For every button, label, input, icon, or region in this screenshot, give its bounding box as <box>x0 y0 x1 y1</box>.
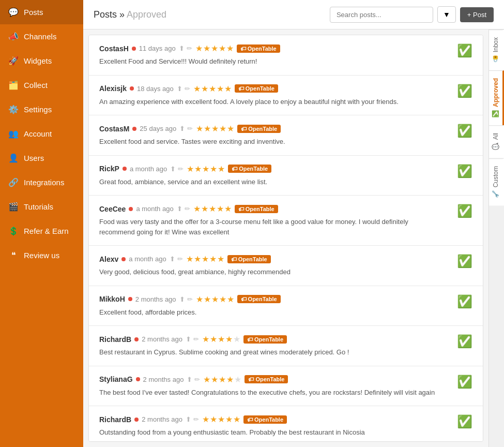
post-time: a month ago <box>136 205 173 213</box>
checkmark-icon: ✅ <box>457 204 472 218</box>
tab-all[interactable]: 💬 All <box>489 125 504 158</box>
edit-icon[interactable]: ✏ <box>177 255 183 263</box>
sidebar-item-integrations[interactable]: 🔗 Integrations <box>0 170 83 195</box>
post-approve-checkbox[interactable]: ✅ <box>452 294 472 309</box>
sidebar-item-collect[interactable]: 🗂️ Collect <box>0 73 83 97</box>
tag-icon: 🏷 <box>238 85 244 92</box>
post-approve-checkbox[interactable]: ✅ <box>452 84 472 98</box>
post-actions-inline: ⬆ ✏ <box>179 295 193 303</box>
edit-icon[interactable]: ✏ <box>178 165 184 173</box>
sidebar-item-widgets[interactable]: 🚀 Widgets <box>0 49 83 73</box>
post-approve-checkbox[interactable]: ✅ <box>452 254 472 269</box>
sidebar-item-review-us[interactable]: ❝ Review us <box>0 243 83 267</box>
edit-icon[interactable]: ✏ <box>185 85 190 93</box>
star-3: ★ <box>211 124 219 133</box>
collect-icon: 🗂️ <box>8 80 19 90</box>
post-body-1: Alexisjk 18 days ago ⬆ ✏ ★★★★★ 🏷 OpenTab… <box>99 84 446 107</box>
share-icon[interactable]: ⬆ <box>179 125 185 132</box>
edit-icon[interactable]: ✏ <box>193 415 199 423</box>
post-meta-8: StylianaG 2 months ago ⬆ ✏ ★★★★★ 🏷 OpenT… <box>99 375 446 384</box>
star-5: ★ <box>224 204 232 214</box>
status-dot <box>121 257 126 261</box>
post-approve-checkbox[interactable]: ✅ <box>452 204 472 218</box>
post-approve-checkbox[interactable]: ✅ <box>452 43 472 58</box>
search-input[interactable] <box>330 7 433 23</box>
post-text: Great food, ambiance, service and an exc… <box>99 177 446 187</box>
share-icon[interactable]: ⬆ <box>170 165 176 173</box>
sidebar-label-channels: Channels <box>24 32 56 41</box>
tag-icon: 🏷 <box>240 46 246 52</box>
share-icon[interactable]: ⬆ <box>186 335 191 343</box>
tab-inbox[interactable]: 🔒 Inbox <box>489 29 504 70</box>
custom-icon: 🔧 <box>492 190 499 198</box>
edit-icon[interactable]: ✏ <box>187 125 193 132</box>
post-time: a month ago <box>129 255 166 263</box>
post-author: RickP <box>99 165 119 173</box>
post-approve-checkbox[interactable]: ✅ <box>452 334 472 349</box>
source-label: OpenTable <box>239 166 268 172</box>
post-button[interactable]: + Post <box>460 7 494 22</box>
star-rating: ★★★★★ <box>187 164 225 174</box>
sidebar-label-refer-earn: Refer & Earn <box>24 227 69 235</box>
star-1: ★ <box>193 84 201 94</box>
sidebar-item-account[interactable]: 👥 Account <box>0 122 83 146</box>
checkmark-icon: ✅ <box>457 84 472 98</box>
post-actions-inline: ⬆ ✏ <box>186 415 199 423</box>
post-approve-checkbox[interactable]: ✅ <box>452 375 472 389</box>
post-approve-checkbox[interactable]: ✅ <box>452 164 472 178</box>
sidebar-item-users[interactable]: 👤 Users <box>0 146 83 170</box>
share-icon[interactable]: ⬆ <box>179 44 185 52</box>
sidebar-item-refer-earn[interactable]: 💲 Refer & Earn <box>0 219 83 243</box>
edit-icon[interactable]: ✏ <box>187 44 192 52</box>
users-icon: 👤 <box>8 153 19 163</box>
share-icon[interactable]: ⬆ <box>187 376 192 383</box>
post-meta-3: RickP a month ago ⬆ ✏ ★★★★★ 🏷 OpenTable <box>99 164 446 174</box>
sidebar-item-tutorials[interactable]: 🎬 Tutorials <box>0 195 83 219</box>
edit-icon[interactable]: ✏ <box>185 205 190 213</box>
sidebar-item-channels[interactable]: 📣 Channels <box>0 24 83 49</box>
star-rating: ★★★★★ <box>202 334 240 344</box>
edit-icon[interactable]: ✏ <box>193 335 199 343</box>
source-badge: 🏷 OpenTable <box>237 125 281 133</box>
post-approve-checkbox[interactable]: ✅ <box>452 124 472 138</box>
post-author: MikkoH <box>99 295 125 303</box>
sidebar-label-posts: Posts <box>24 8 43 17</box>
star-rating: ★★★★★ <box>203 375 241 384</box>
star-2: ★ <box>194 254 201 264</box>
share-icon[interactable]: ⬆ <box>179 295 185 303</box>
filter-button[interactable]: ▼ <box>437 6 456 23</box>
tag-icon: 🏷 <box>232 166 237 172</box>
approved-icon: ✅ <box>492 110 499 118</box>
share-icon[interactable]: ⬆ <box>170 255 175 263</box>
post-meta-6: MikkoH 2 months ago ⬆ ✏ ★★★★★ 🏷 OpenTabl… <box>99 294 446 304</box>
posts-list: CostasH 11 days ago ⬆ ✏ ★★★★★ 🏷 OpenTabl… <box>88 35 483 442</box>
post-meta-5: Alexv a month ago ⬆ ✏ ★★★★★ 🏷 OpenTable <box>99 254 446 264</box>
share-icon[interactable]: ⬆ <box>177 205 182 213</box>
share-icon[interactable]: ⬆ <box>177 85 182 93</box>
table-row: StylianaG 2 months ago ⬆ ✏ ★★★★★ 🏷 OpenT… <box>89 366 483 407</box>
post-actions-inline: ⬆ ✏ <box>179 44 192 52</box>
table-row: Alexisjk 18 days ago ⬆ ✏ ★★★★★ 🏷 OpenTab… <box>89 76 483 116</box>
sidebar-item-settings[interactable]: ⚙️ Settings <box>0 97 83 122</box>
edit-icon[interactable]: ✏ <box>194 376 200 383</box>
table-row: CeeCee a month ago ⬆ ✏ ★★★★★ 🏷 OpenTable… <box>89 196 483 246</box>
tutorials-icon: 🎬 <box>8 202 19 212</box>
post-body-7: RichardB 2 months ago ⬆ ✏ ★★★★★ 🏷 OpenTa… <box>99 334 446 357</box>
tab-approved[interactable]: ✅ Approved <box>489 70 504 125</box>
post-time: 11 days ago <box>139 44 176 52</box>
source-label: OpenTable <box>255 376 284 382</box>
star-1: ★ <box>203 375 210 384</box>
source-badge: 🏷 OpenTable <box>237 44 280 53</box>
tab-custom[interactable]: 🔧 Custom <box>489 158 504 205</box>
inbox-icon: 🔒 <box>492 55 499 63</box>
edit-icon[interactable]: ✏ <box>187 295 193 303</box>
post-approve-checkbox[interactable]: ✅ <box>452 414 472 429</box>
sidebar-label-widgets: Widgets <box>24 56 52 65</box>
tag-icon: 🏷 <box>241 126 247 132</box>
sidebar-item-posts[interactable]: 💬 Posts <box>0 0 83 24</box>
star-5: ★ <box>226 43 234 53</box>
share-icon[interactable]: ⬆ <box>186 415 191 423</box>
status-dot <box>134 418 139 422</box>
post-time: 2 months ago <box>143 376 184 383</box>
posts-icon: 💬 <box>8 7 19 17</box>
